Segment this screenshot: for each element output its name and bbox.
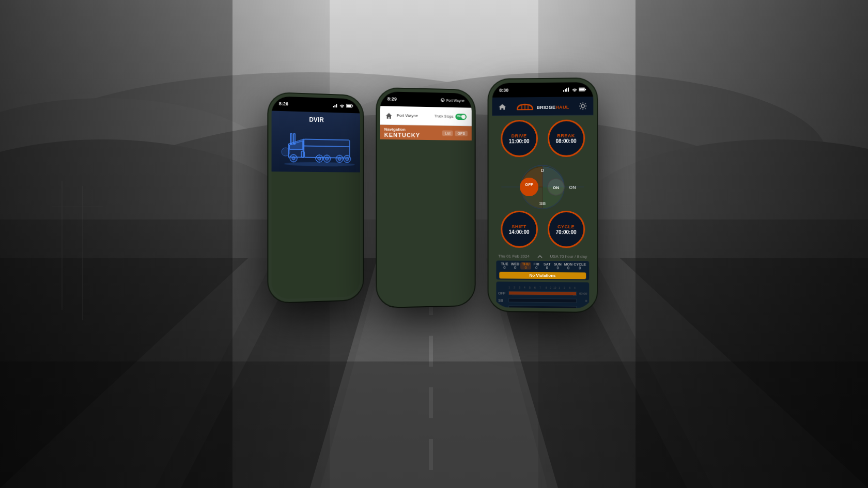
phone-middle-vol-buttons xyxy=(377,122,379,144)
log-off-hours: 00:00 xyxy=(577,292,587,295)
cycle-label: CYCLE xyxy=(557,224,575,229)
drive-label: DRIVE xyxy=(512,133,527,138)
log-sb-hours: 0 xyxy=(577,299,587,302)
svg-text:4: 4 xyxy=(574,286,576,289)
cycle-circle-container: CYCLE 70:00:00 xyxy=(544,211,588,248)
svg-text:3: 3 xyxy=(519,286,520,289)
bridgehaul-logo: BRIDGEHAUL xyxy=(516,101,569,112)
svg-rect-67 xyxy=(301,151,304,157)
status-icons-left xyxy=(333,103,353,108)
home-icon-right[interactable] xyxy=(498,103,506,110)
power-btn-right xyxy=(594,123,596,136)
truck-stops-label: Truck Stops xyxy=(435,114,454,118)
shift-circle-container: SHIFT 14:00:00 xyxy=(497,210,541,247)
svg-rect-55 xyxy=(293,134,295,144)
day-col-thu: THU 0 xyxy=(520,262,531,269)
svg-text:7: 7 xyxy=(539,286,541,289)
haul-text: HAUL xyxy=(555,104,569,109)
log-time-scale: 1 2 3 4 5 6 7 8 9 10 1 2 3 4 5 6 7 xyxy=(498,284,587,290)
phone-right-side-buttons xyxy=(594,123,596,136)
fort-wayne-label: Fort Wayne xyxy=(397,113,430,118)
bridgehaul-icon xyxy=(516,101,535,111)
svg-text:ON: ON xyxy=(553,185,559,190)
status-time-left: 8:26 xyxy=(279,101,288,106)
svg-text:2: 2 xyxy=(564,286,565,289)
log-sb-bar xyxy=(508,298,577,303)
svg-rect-121 xyxy=(566,88,567,91)
log-row-d: D 0 xyxy=(498,304,587,311)
drive-circle-container: DRIVE 11:00:00 xyxy=(497,120,541,157)
day-col-fri: FRI 0 xyxy=(531,262,542,269)
hos-date: Thu 01 Feb 2024 xyxy=(498,254,530,258)
hos-log: 1 2 3 4 5 6 7 8 9 10 1 2 3 4 5 6 7 xyxy=(496,281,589,312)
svg-point-66 xyxy=(284,162,354,167)
shift-circle[interactable]: SHIFT 14:00:00 xyxy=(501,210,538,247)
state-label: KENTUCKY xyxy=(384,131,421,138)
day-col-cycle: CYCLE 0 xyxy=(574,262,586,270)
svg-rect-126 xyxy=(579,88,584,90)
bridge-text: BRIDGE xyxy=(536,104,555,109)
shift-label: SHIFT xyxy=(512,224,526,229)
hos-header: BRIDGEHAUL xyxy=(492,97,593,116)
settings-icon[interactable] xyxy=(579,101,587,109)
truck-stops-toggle[interactable]: ON xyxy=(455,113,467,119)
phone-middle-status-bar: 8:29 Fort Wayne xyxy=(380,91,471,108)
phone-left-side-buttons xyxy=(361,139,363,152)
break-time: 08:00:00 xyxy=(555,138,576,144)
dial-area: D ON SB OFF ON xyxy=(496,161,589,212)
dvir-title: DVIR xyxy=(309,116,323,123)
cycle-circle[interactable]: CYCLE 70:00:00 xyxy=(547,211,584,248)
svg-rect-54 xyxy=(290,133,292,144)
drive-circle[interactable]: DRIVE 11:00:00 xyxy=(501,120,538,157)
svg-text:1: 1 xyxy=(559,286,560,289)
phone-right-notch xyxy=(527,82,558,93)
log-d-bar xyxy=(508,305,577,310)
svg-text:5: 5 xyxy=(529,286,531,289)
phone-middle-side-buttons xyxy=(472,134,474,147)
svg-text:10: 10 xyxy=(553,286,556,289)
svg-text:SB: SB xyxy=(539,200,546,206)
svg-point-59 xyxy=(325,157,328,160)
vol-down-btn-right xyxy=(490,126,492,135)
toggle-on-text: ON xyxy=(457,114,461,117)
log-sb-label: SB xyxy=(498,298,508,302)
vol-down-btn xyxy=(269,140,271,149)
log-d-label: D xyxy=(498,305,508,309)
svg-text:D: D xyxy=(541,167,545,172)
hos-circles: DRIVE 11:00:00 BREAK 08:00:00 xyxy=(492,115,593,161)
svg-rect-122 xyxy=(568,87,569,91)
svg-text:2: 2 xyxy=(514,286,515,289)
log-row-sb: SB 0 xyxy=(498,297,587,304)
svg-text:3: 3 xyxy=(569,286,570,289)
break-circle-container: BREAK 08:00:00 xyxy=(544,119,588,157)
phones-container: 8:26 Naviga xyxy=(253,69,615,420)
battery-icon-right xyxy=(579,87,586,91)
power-btn-mid xyxy=(472,134,474,147)
map-home-icon[interactable] xyxy=(385,112,393,119)
svg-rect-26 xyxy=(336,104,337,107)
list-btn[interactable]: List xyxy=(442,130,453,135)
svg-text:ON: ON xyxy=(569,184,576,190)
chevron-up-icon[interactable] xyxy=(537,254,543,258)
compass-svg: D ON SB OFF ON xyxy=(496,162,589,211)
vol-up-btn xyxy=(269,127,271,136)
svg-rect-25 xyxy=(334,105,335,107)
map-header: Fort Wayne Truck Stops ON xyxy=(380,106,471,126)
svg-point-131 xyxy=(581,104,584,107)
right-status-icons xyxy=(563,87,586,91)
day-col-wed: WED 0 xyxy=(510,262,521,269)
vol-up-btn-mid xyxy=(377,122,379,132)
day-col-tue: TUE 0 xyxy=(499,262,509,269)
gps-btn[interactable]: GPS xyxy=(455,130,468,136)
svg-text:1: 1 xyxy=(508,286,510,289)
vol-up-btn-right xyxy=(490,114,492,123)
location-icon xyxy=(441,98,445,102)
phone-left-status-bar: 8:26 xyxy=(272,96,360,113)
break-circle[interactable]: BREAK 08:00:00 xyxy=(547,119,584,156)
hos-bottom-circles: SHIFT 14:00:00 CYCLE 70:00:00 xyxy=(492,206,593,252)
svg-text:4: 4 xyxy=(524,286,525,289)
truck-wireframe-svg xyxy=(277,125,354,168)
signal-icon xyxy=(333,103,338,107)
phone-left-vol-buttons xyxy=(269,127,271,149)
svg-rect-119 xyxy=(563,90,564,91)
